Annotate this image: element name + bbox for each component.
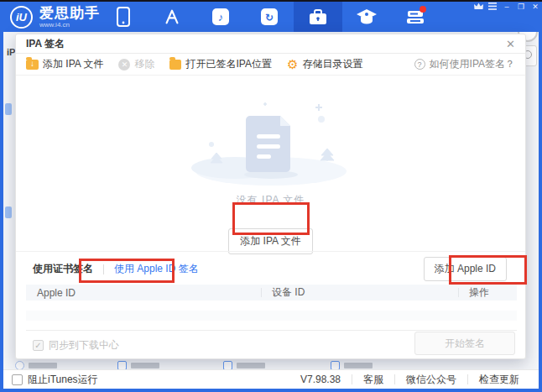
appstore-icon (163, 8, 181, 26)
background-bottom-fragments (3, 359, 539, 369)
column-action: 操作 (458, 285, 517, 300)
panel-footer: ✓ 同步到下载中心 开始签名 (33, 332, 515, 357)
classroom-icon (356, 8, 378, 26)
ringtone-icon: ♪ (211, 8, 230, 26)
nav-classroom[interactable] (342, 2, 391, 32)
minimize-icon[interactable]: – (502, 3, 512, 11)
ipa-sign-dialog: IPA 签名 ✕ 添加 IPA 文件 ✕ 移除 打开已签名IPA位置 ⚙ 存储目… (15, 34, 526, 359)
add-ipa-file-button[interactable]: 添加 IPA 文件 (26, 57, 103, 71)
add-ipa-label: 添加 IPA 文件 (43, 57, 103, 71)
menu-icon[interactable] (487, 3, 498, 11)
sign-tabs: 使用证书签名 使用 Apple ID 签名 (33, 262, 199, 276)
checkbox-fragment (331, 361, 340, 369)
titlebar: iU 爱思助手 www.i4.cn ♪ (0, 2, 542, 32)
sign-panel: 使用证书签名 使用 Apple ID 签名 添加 Apple ID Apple … (16, 251, 525, 252)
column-apple-id: Apple ID (26, 287, 261, 299)
storage-settings-label: 存储目录设置 (302, 57, 362, 71)
folder-icon (169, 60, 181, 70)
open-signed-location-button[interactable]: 打开已签名IPA位置 (169, 57, 271, 71)
app-name: 爱思助手 (39, 6, 100, 20)
nav-appstore[interactable] (148, 2, 196, 32)
remove-label: 移除 (134, 57, 154, 71)
empty-illustration-icon (183, 97, 359, 188)
checkbox-checked-icon: ✓ (33, 340, 44, 351)
app-window: iU 爱思助手 www.i4.cn ♪ (0, 0, 542, 392)
table-row (26, 321, 517, 331)
help-link[interactable]: ? 如何使用IPA签名？ (414, 57, 515, 71)
sidebar-fragment (5, 206, 12, 218)
block-itunes-checkbox[interactable] (12, 374, 23, 385)
question-icon: ? (414, 59, 425, 70)
column-device-id: 设备 ID (261, 285, 458, 300)
storage-settings-button[interactable]: ⚙ 存储目录设置 (287, 57, 362, 71)
gear-icon: ⚙ (287, 58, 298, 71)
start-sign-button[interactable]: 开始签名 (414, 332, 515, 355)
logo-icon: iU (10, 6, 33, 29)
dialog-close-icon[interactable]: ✕ (506, 39, 515, 50)
tab-appleid-sign[interactable]: 使用 Apple ID 签名 (114, 262, 199, 276)
remove-icon: ✕ (118, 59, 130, 71)
apple-id-table: Apple ID 设备 ID 操作 (26, 285, 517, 331)
nav-community[interactable] (391, 2, 440, 32)
table-row (26, 311, 517, 321)
toolbox-icon (308, 8, 328, 26)
notification-badge (420, 6, 426, 13)
customer-service-link[interactable]: 客服 (352, 373, 394, 387)
sync-download-label: 同步到下载中心 (49, 338, 119, 353)
window-controls: – ❐ ✕ (473, 3, 540, 11)
maximize-icon[interactable]: ❐ (516, 3, 526, 11)
device-icon (116, 7, 131, 27)
empty-state-message: 没有 IPA 文件 (16, 193, 525, 207)
sidebar-fragment (5, 103, 12, 115)
checkbox-fragment (223, 361, 232, 369)
add-file-icon (26, 60, 39, 70)
dialog-title: IPA 签名 (26, 37, 65, 51)
tab-certificate-sign[interactable]: 使用证书签名 (33, 262, 93, 276)
table-row (26, 301, 517, 311)
empty-state: 没有 IPA 文件 添加 IPA 文件 (16, 97, 525, 254)
status-bar: 阻止iTunes运行 V7.98.38 客服 微信公众号 检查更新 (3, 369, 539, 389)
wechat-link[interactable]: 微信公众号 (395, 373, 467, 387)
check-update-link[interactable]: 检查更新 (468, 373, 530, 387)
radio-fragment (15, 361, 24, 369)
version-label: V7.98.38 (289, 374, 352, 385)
table-header: Apple ID 设备 ID 操作 (26, 285, 517, 301)
nav-ringtone[interactable]: ♪ (196, 2, 245, 32)
dialog-toolbar: 添加 IPA 文件 ✕ 移除 打开已签名IPA位置 ⚙ 存储目录设置 ? 如何使… (16, 54, 525, 76)
status-bar-right: V7.98.38 客服 微信公众号 检查更新 (289, 373, 530, 387)
svg-text:↻: ↻ (265, 12, 274, 24)
app-logo: iU 爱思助手 www.i4.cn (10, 6, 100, 29)
close-icon[interactable]: ✕ (530, 3, 540, 11)
main-nav: ♪ ↻ (99, 2, 440, 32)
nav-flash[interactable]: ↻ (245, 2, 294, 32)
svg-text:♪: ♪ (218, 11, 224, 24)
vip-icon[interactable] (473, 3, 483, 11)
nav-toolbox[interactable] (294, 2, 342, 32)
help-label: 如何使用IPA签名？ (430, 57, 515, 71)
checkbox-fragment (117, 361, 127, 369)
tab-separator (103, 264, 104, 274)
sidebar-fragment-text: iP (7, 47, 15, 57)
dialog-titlebar: IPA 签名 ✕ (16, 34, 525, 54)
open-location-label: 打开已签名IPA位置 (185, 57, 271, 71)
add-apple-id-button[interactable]: 添加 Apple ID (424, 257, 507, 281)
nav-device[interactable] (99, 2, 148, 32)
block-itunes-label: 阻止iTunes运行 (28, 373, 98, 387)
flash-icon: ↻ (260, 8, 279, 26)
remove-button[interactable]: ✕ 移除 (118, 57, 154, 71)
app-url: www.i4.cn (39, 21, 100, 29)
